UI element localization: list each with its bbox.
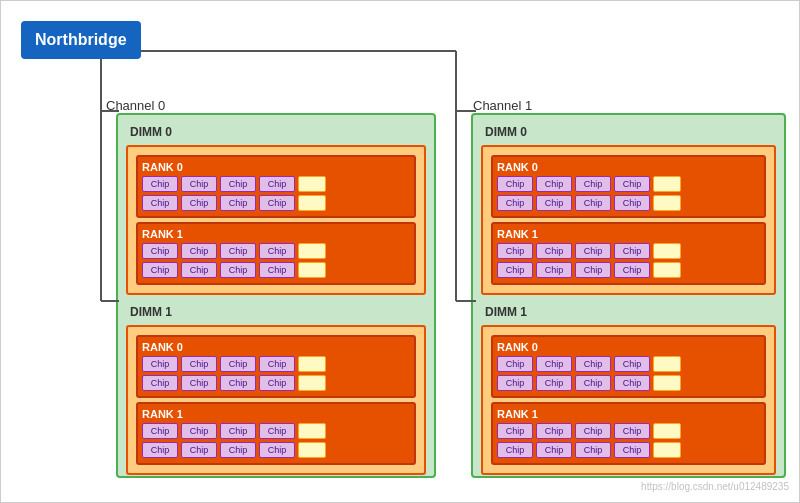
chip: Chip <box>259 375 295 391</box>
chip: Chip <box>497 442 533 458</box>
ch0-dimm1-rank1: RANK 1 Chip Chip Chip Chip Chip Chip Chi… <box>136 402 416 465</box>
northbridge-label: Northbridge <box>35 31 127 48</box>
chip-row: Chip Chip Chip Chip <box>142 262 410 278</box>
chip-yellow <box>298 243 326 259</box>
ch1-dimm1-box: DIMM 1 RANK 0 Chip Chip Chip Chip Chip C… <box>481 303 776 471</box>
chip: Chip <box>142 356 178 372</box>
chip: Chip <box>220 356 256 372</box>
chip: Chip <box>142 176 178 192</box>
chip: Chip <box>181 375 217 391</box>
chip: Chip <box>259 442 295 458</box>
chip: Chip <box>575 262 611 278</box>
chip-row: Chip Chip Chip Chip <box>497 423 760 439</box>
chip: Chip <box>142 423 178 439</box>
chip: Chip <box>536 195 572 211</box>
chip: Chip <box>181 356 217 372</box>
chip: Chip <box>614 195 650 211</box>
chip-row: Chip Chip Chip Chip <box>142 243 410 259</box>
chip: Chip <box>536 356 572 372</box>
chip: Chip <box>220 375 256 391</box>
channel0-box: DIMM 0 RANK 0 Chip Chip Chip Chip Chip C… <box>116 113 436 478</box>
diagram-container: Northbridge Channel 0 DIMM 0 RANK 0 Chip… <box>0 0 800 503</box>
chip: Chip <box>181 243 217 259</box>
ch0-dimm0-box: DIMM 0 RANK 0 Chip Chip Chip Chip Chip C… <box>126 123 426 291</box>
chip: Chip <box>259 243 295 259</box>
chip: Chip <box>497 423 533 439</box>
chip: Chip <box>181 195 217 211</box>
chip: Chip <box>614 375 650 391</box>
chip: Chip <box>142 442 178 458</box>
chip: Chip <box>142 375 178 391</box>
ch0-dimm0-rank0: RANK 0 Chip Chip Chip Chip Chip Chip Chi… <box>136 155 416 218</box>
chip-yellow <box>298 195 326 211</box>
chip: Chip <box>575 356 611 372</box>
chip: Chip <box>614 442 650 458</box>
chip-yellow <box>653 176 681 192</box>
chip: Chip <box>575 375 611 391</box>
chip: Chip <box>497 243 533 259</box>
chip: Chip <box>220 243 256 259</box>
ch0-dimm1-label: DIMM 1 <box>126 303 426 321</box>
chip-row: Chip Chip Chip Chip <box>142 442 410 458</box>
chip-yellow <box>653 375 681 391</box>
chip: Chip <box>181 442 217 458</box>
chip-yellow <box>653 356 681 372</box>
chip: Chip <box>142 262 178 278</box>
chip-yellow <box>298 262 326 278</box>
ch1-dimm0-box: DIMM 0 RANK 0 Chip Chip Chip Chip Chip C… <box>481 123 776 291</box>
chip-yellow <box>653 243 681 259</box>
chip: Chip <box>259 195 295 211</box>
channel1-box: DIMM 0 RANK 0 Chip Chip Chip Chip Chip C… <box>471 113 786 478</box>
channel1-label: Channel 1 <box>473 98 532 113</box>
chip-yellow <box>298 375 326 391</box>
northbridge-box: Northbridge <box>21 21 141 59</box>
chip: Chip <box>536 423 572 439</box>
chip-yellow <box>653 423 681 439</box>
chip-row: Chip Chip Chip Chip <box>142 356 410 372</box>
chip-row: Chip Chip Chip Chip <box>142 375 410 391</box>
chip: Chip <box>536 243 572 259</box>
chip: Chip <box>220 423 256 439</box>
chip-yellow <box>653 442 681 458</box>
ch0-dimm1-rank0: RANK 0 Chip Chip Chip Chip Chip Chip Chi… <box>136 335 416 398</box>
channel0-label: Channel 0 <box>106 98 165 113</box>
chip-row: Chip Chip Chip Chip <box>142 195 410 211</box>
chip: Chip <box>536 262 572 278</box>
chip-yellow <box>298 356 326 372</box>
chip: Chip <box>259 423 295 439</box>
chip: Chip <box>220 262 256 278</box>
watermark: https://blog.csdn.net/u012489235 <box>641 481 789 492</box>
chip-row: Chip Chip Chip Chip <box>497 262 760 278</box>
chip: Chip <box>536 442 572 458</box>
chip: Chip <box>497 356 533 372</box>
chip: Chip <box>614 243 650 259</box>
chip: Chip <box>614 262 650 278</box>
chip-row: Chip Chip Chip Chip <box>497 356 760 372</box>
chip-row: Chip Chip Chip Chip <box>497 375 760 391</box>
chip: Chip <box>181 262 217 278</box>
chip: Chip <box>536 176 572 192</box>
ch1-dimm1-rank1: RANK 1 Chip Chip Chip Chip Chip Chip Chi… <box>491 402 766 465</box>
chip: Chip <box>536 375 572 391</box>
ch0-dimm1-box: DIMM 1 RANK 0 Chip Chip Chip Chip Chip C… <box>126 303 426 471</box>
chip-row: Chip Chip Chip Chip <box>142 176 410 192</box>
ch0-dimm0-label: DIMM 0 <box>126 123 426 141</box>
chip-yellow <box>298 442 326 458</box>
chip-yellow <box>653 262 681 278</box>
chip: Chip <box>575 442 611 458</box>
chip: Chip <box>497 195 533 211</box>
chip-row: Chip Chip Chip Chip <box>497 176 760 192</box>
chip-yellow <box>298 423 326 439</box>
chip: Chip <box>575 195 611 211</box>
chip-yellow <box>298 176 326 192</box>
chip-row: Chip Chip Chip Chip <box>497 243 760 259</box>
chip: Chip <box>575 176 611 192</box>
chip: Chip <box>220 176 256 192</box>
chip: Chip <box>575 423 611 439</box>
ch1-dimm0-rank0: RANK 0 Chip Chip Chip Chip Chip Chip Chi… <box>491 155 766 218</box>
chip: Chip <box>142 243 178 259</box>
chip-row: Chip Chip Chip Chip <box>497 442 760 458</box>
ch1-dimm1-rank0: RANK 0 Chip Chip Chip Chip Chip Chip Chi… <box>491 335 766 398</box>
chip: Chip <box>497 176 533 192</box>
chip: Chip <box>181 176 217 192</box>
